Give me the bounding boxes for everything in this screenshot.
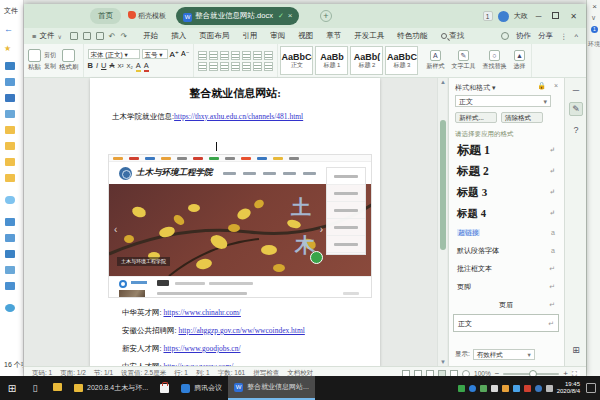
zoom-slider[interactable] bbox=[503, 373, 559, 375]
ribbon-tab[interactable]: 特色功能 bbox=[391, 30, 433, 42]
new-style-button-panel[interactable]: 新样式... bbox=[455, 112, 497, 123]
scroll-down-icon[interactable]: ▼ bbox=[440, 359, 446, 365]
paragraph-tools-group[interactable] bbox=[198, 51, 273, 71]
subscript-button[interactable]: X₂ bbox=[126, 63, 132, 69]
collapse-ribbon-icon[interactable]: ^ bbox=[574, 32, 578, 41]
panel-close-icon[interactable]: × bbox=[554, 82, 558, 89]
close-button[interactable]: ✕ bbox=[567, 12, 580, 21]
redo-icon[interactable]: ↷ bbox=[121, 32, 128, 41]
style-list-item[interactable]: 标题 4↵ bbox=[453, 203, 559, 224]
explorer-item[interactable] bbox=[5, 110, 19, 120]
explorer-item[interactable] bbox=[5, 94, 19, 104]
print-preview-icon[interactable] bbox=[96, 32, 104, 40]
highlight-color-button[interactable]: A bbox=[136, 61, 141, 72]
back-arrow-icon[interactable]: ← bbox=[4, 24, 13, 34]
docer-template-tab[interactable]: 稻壳模板 bbox=[128, 9, 166, 23]
undo-icon[interactable]: ↶ bbox=[109, 32, 116, 41]
style-list-item[interactable]: 标题 1↵ bbox=[453, 140, 559, 161]
current-style-select[interactable]: 正文▾ bbox=[455, 95, 551, 107]
clock[interactable]: 19:452020/8/4 bbox=[557, 381, 580, 395]
font-name-select[interactable]: 宋体 (正文) ▾ bbox=[88, 49, 140, 59]
italic-button[interactable]: I bbox=[96, 61, 98, 70]
file-menu-button[interactable]: ≡文件∨ bbox=[32, 31, 62, 41]
document-page[interactable]: 整合就业信息网站: 土木学院就业信息:https://thxy.axhu.edu… bbox=[90, 78, 380, 366]
embedded-website-screenshot[interactable]: 土木与环境工程学院 bbox=[108, 154, 372, 298]
help-icon[interactable]: ? bbox=[569, 124, 583, 138]
close-icon[interactable]: × bbox=[592, 2, 597, 11]
tray-icon[interactable] bbox=[491, 385, 498, 392]
font-size-select[interactable]: 五号 ▾ bbox=[142, 49, 168, 59]
explorer-item[interactable] bbox=[5, 78, 19, 88]
find-replace-button[interactable]: ○查找替换 bbox=[480, 50, 508, 71]
share-button[interactable]: 分享 bbox=[538, 31, 553, 41]
show-styles-select[interactable]: 有效样式▾ bbox=[473, 349, 535, 360]
taskbar-folder-item[interactable]: 2020.8.4土木与环... bbox=[68, 376, 154, 400]
font-color-button[interactable]: A bbox=[144, 61, 149, 72]
grow-font-icon[interactable]: A⁺ bbox=[170, 50, 180, 59]
tray-icon[interactable] bbox=[524, 385, 531, 392]
carousel-prev-icon[interactable]: ‹ bbox=[114, 224, 117, 235]
taskbar-wps-doc-item[interactable]: W整合就业信息网站... bbox=[228, 376, 315, 400]
ribbon-tab[interactable]: 审阅 bbox=[264, 30, 291, 42]
scrollbar-thumb[interactable] bbox=[440, 120, 446, 250]
strikethrough-button[interactable]: A bbox=[109, 61, 114, 70]
task-view-button[interactable]: ▯ bbox=[24, 383, 46, 393]
style-gallery-card[interactable]: AaBbC标题 3 bbox=[385, 46, 418, 75]
style-list-item[interactable]: 页眉↵ bbox=[453, 296, 559, 314]
explorer-item[interactable] bbox=[5, 266, 19, 276]
rail-collapse-icon[interactable]: ─ bbox=[569, 84, 583, 98]
superscript-button[interactable]: X² bbox=[117, 63, 123, 69]
explorer-file-menu[interactable]: 文件 bbox=[4, 6, 18, 16]
format-painter-button[interactable]: 格式刷 bbox=[59, 49, 79, 72]
style-gallery-card[interactable]: AaBb(标题 2 bbox=[350, 46, 383, 75]
tray-icon[interactable] bbox=[546, 385, 553, 392]
explorer-item[interactable] bbox=[5, 62, 19, 72]
civil-info-link[interactable]: https://thxy.axhu.edu.cn/channels/481.ht… bbox=[174, 112, 303, 121]
ribbon-tab[interactable]: 引用 bbox=[236, 30, 263, 42]
pages-icon[interactable]: ⊞ bbox=[569, 344, 583, 358]
styles-pane-tab-icon[interactable]: ✎ bbox=[569, 102, 583, 116]
select-button[interactable]: ▲选择 bbox=[511, 50, 527, 71]
explorer-item-folder[interactable] bbox=[5, 142, 19, 152]
explorer-item-folder[interactable] bbox=[5, 158, 19, 168]
job-link[interactable]: https://www.goodjobs.cn/ bbox=[163, 344, 240, 353]
start-button[interactable]: ⊞ bbox=[0, 383, 24, 394]
background-window-sliver[interactable]: × ∨ 1 环境工... bbox=[586, 0, 600, 376]
tray-icon[interactable] bbox=[480, 385, 487, 392]
style-gallery-card[interactable]: AaBb标题 1 bbox=[315, 46, 348, 75]
copy-button[interactable]: 复制 bbox=[44, 62, 56, 71]
style-list-item[interactable]: 页脚↵ bbox=[453, 278, 559, 296]
ribbon-tab[interactable]: 章节 bbox=[320, 30, 347, 42]
underline-button[interactable]: U bbox=[101, 61, 106, 70]
style-gallery-card[interactable]: AaBbCcDd正文 bbox=[280, 46, 313, 75]
minimize-button[interactable]: ─ bbox=[533, 12, 545, 21]
new-style-button[interactable]: A新样式 bbox=[424, 50, 446, 71]
action-center-icon[interactable] bbox=[586, 383, 596, 393]
explorer-item[interactable] bbox=[5, 234, 19, 244]
save-icon[interactable] bbox=[70, 32, 78, 40]
style-list-item[interactable]: 批注框文本↵ bbox=[453, 260, 559, 278]
taskbar-meeting-item[interactable]: 腾讯会议 bbox=[175, 376, 228, 400]
find-button[interactable]: 查找 bbox=[441, 31, 464, 41]
explorer-item[interactable] bbox=[5, 282, 19, 292]
style-list-item[interactable]: 超链接a bbox=[453, 224, 559, 242]
file-explorer-window[interactable]: 文件 ← ★ 16 个项目 bbox=[0, 0, 24, 376]
explorer-item-network[interactable] bbox=[5, 304, 19, 314]
tab-close-icon[interactable]: × bbox=[288, 11, 293, 20]
carousel-next-icon[interactable]: › bbox=[320, 224, 323, 235]
document-tab[interactable]: W整合就业信息网站.docx✓× bbox=[176, 7, 299, 25]
side-menu-item[interactable] bbox=[327, 236, 365, 253]
text-tool-button[interactable]: ✎文字工具 bbox=[449, 50, 477, 71]
tray-icon[interactable] bbox=[513, 385, 520, 392]
explorer-item-folder[interactable] bbox=[5, 174, 19, 184]
style-list-item[interactable]: 标题 2↵ bbox=[453, 161, 559, 182]
side-menu-item[interactable] bbox=[327, 219, 365, 236]
more-menu-icon[interactable]: ⋮ bbox=[560, 32, 568, 41]
taskbar-store-item[interactable] bbox=[154, 376, 175, 400]
print-icon[interactable] bbox=[83, 32, 91, 40]
ribbon-tab[interactable]: 页面布局 bbox=[193, 30, 235, 42]
cut-button[interactable]: 剪切 bbox=[44, 51, 56, 60]
job-link[interactable]: https://www.chinahr.com/ bbox=[163, 308, 240, 317]
ribbon-tab[interactable]: 开发工具 bbox=[348, 30, 390, 42]
collaborate-button[interactable]: 协作 bbox=[516, 31, 531, 41]
